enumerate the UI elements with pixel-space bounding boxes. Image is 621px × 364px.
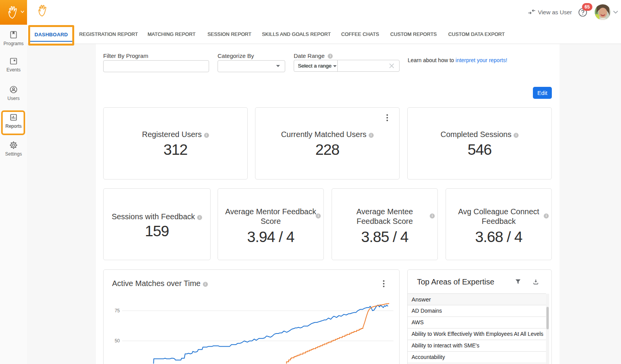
svg-text:50: 50 bbox=[115, 338, 120, 344]
svg-text:75: 75 bbox=[115, 308, 120, 313]
